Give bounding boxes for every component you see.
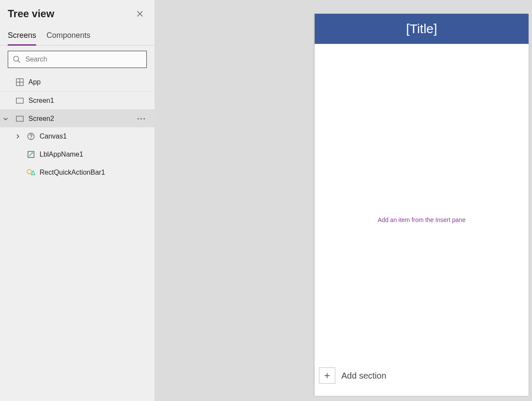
plus-icon: + [319, 367, 335, 384]
preview-title-bar: [Title] [315, 14, 529, 44]
svg-point-11 [143, 118, 145, 119]
tree-item-label: RectQuickActionBar1 [40, 169, 148, 176]
tree-item-label: LblAppName1 [40, 151, 148, 158]
label-icon [27, 150, 35, 159]
tree: App Screen1 Screen2 [0, 73, 155, 182]
chevron-down-icon[interactable] [3, 116, 9, 122]
screen-icon [15, 114, 24, 123]
preview-body[interactable]: Add an item from the Insert pane + Add s… [315, 44, 529, 396]
search-icon [12, 55, 21, 64]
tree-view-panel: Tree view Screens Components App [0, 0, 155, 401]
tree-item-label: Screen1 [28, 97, 148, 105]
canvas-area: [Title] Add an item from the Insert pane… [155, 0, 532, 401]
ellipsis-icon [137, 118, 145, 120]
add-section-button[interactable]: + Add section [319, 367, 387, 384]
tree-item-rectquickactionbar1[interactable]: RectQuickActionBar1 [0, 163, 155, 182]
search-wrap [0, 46, 155, 73]
empty-hint: Add an item from the Insert pane [378, 216, 466, 223]
screen-preview[interactable]: [Title] Add an item from the Insert pane… [314, 14, 529, 396]
tree-item-screen2[interactable]: Screen2 [0, 109, 155, 127]
shape-icon [27, 168, 35, 177]
sidebar-header: Tree view [0, 0, 155, 22]
close-icon [136, 10, 143, 17]
svg-marker-16 [31, 171, 35, 175]
screen-icon [15, 96, 24, 105]
close-panel-button[interactable] [133, 7, 147, 21]
preview-title: [Title] [406, 22, 437, 36]
tabs: Screens Components [0, 28, 155, 46]
panel-title: Tree view [8, 8, 54, 20]
tree-item-label: Screen2 [28, 115, 130, 123]
tree-item-label: App [28, 78, 148, 86]
search-input[interactable] [25, 56, 142, 63]
help-circle-icon [27, 132, 35, 141]
search-box[interactable] [8, 51, 147, 68]
svg-rect-8 [16, 116, 23, 121]
tab-screens[interactable]: Screens [8, 28, 36, 46]
svg-rect-7 [16, 98, 23, 103]
tree-item-screen1[interactable]: Screen1 [0, 91, 155, 109]
svg-point-13 [31, 138, 31, 139]
chevron-right-icon[interactable] [15, 133, 21, 139]
tab-components[interactable]: Components [46, 28, 90, 45]
svg-line-3 [18, 61, 20, 63]
tree-item-lblappname1[interactable]: LblAppName1 [0, 145, 155, 163]
svg-point-15 [27, 170, 31, 174]
svg-point-2 [14, 56, 19, 62]
svg-point-9 [137, 118, 139, 119]
add-section-label: Add section [341, 371, 387, 381]
app-icon [15, 78, 24, 86]
tree-item-canvas1[interactable]: Canvas1 [0, 127, 155, 145]
tree-item-label: Canvas1 [40, 133, 148, 140]
tree-item-app[interactable]: App [0, 73, 155, 91]
svg-point-10 [140, 118, 142, 119]
more-actions-button[interactable] [135, 118, 148, 120]
